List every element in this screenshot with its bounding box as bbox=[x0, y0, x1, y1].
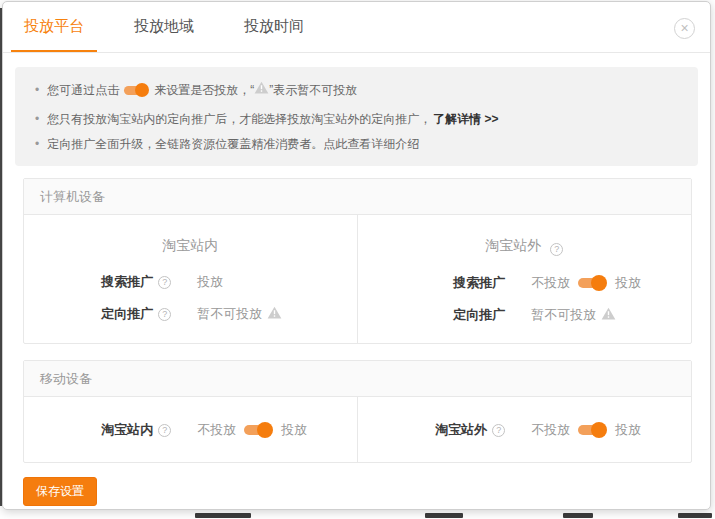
warning-triangle-icon bbox=[254, 80, 269, 100]
column-heading-label: 淘宝站外 bbox=[485, 237, 541, 253]
column-taobao-onsite: 淘宝站内 搜索推广 投放 定向推广 bbox=[24, 215, 358, 343]
help-icon[interactable] bbox=[158, 424, 171, 437]
toggle-off-label: 不投放 bbox=[197, 421, 236, 439]
notice-bullet-targeting-rule: 您只有投放淘宝站内的定向推广后，才能选择投放淘宝站外的定向推广， 了解详情 >> bbox=[25, 109, 688, 129]
notice-text: 您可通过点击 bbox=[47, 80, 119, 100]
section-body: 淘宝站内 不投放 投放 淘宝站外 bbox=[24, 397, 691, 462]
mobile-onsite-toggle[interactable] bbox=[244, 422, 273, 438]
notice-bullet-upgrade-info: 定向推广全面升级，全链路资源位覆盖精准消费者。 点此查看详细介绍 bbox=[25, 134, 688, 154]
help-icon[interactable] bbox=[158, 276, 171, 289]
help-icon[interactable] bbox=[550, 243, 563, 256]
row-label: 定向推广 bbox=[101, 305, 153, 323]
row-value: 投放 bbox=[197, 273, 223, 291]
notice-bullet-toggle-hint: 您可通过点击 来设置是否投放，“ ”表示暂不可投放 bbox=[25, 80, 688, 100]
notice-box: 您可通过点击 来设置是否投放，“ ”表示暂不可投放 您只有投放淘宝站内的定向推广… bbox=[15, 67, 698, 166]
toggle-off-label: 不投放 bbox=[531, 421, 570, 439]
close-icon: × bbox=[680, 20, 688, 36]
tab-label: 投放地域 bbox=[134, 17, 194, 36]
learn-more-link[interactable]: 了解详情 >> bbox=[433, 109, 498, 129]
column-heading-label: 淘宝站内 bbox=[162, 237, 218, 253]
warning-triangle-icon bbox=[601, 307, 616, 323]
row-taobao-onsite: 淘宝站内 不投放 投放 bbox=[24, 420, 357, 440]
tab-placement-time[interactable]: 投放时间 bbox=[231, 2, 317, 52]
section-computer-devices: 计算机设备 淘宝站内 搜索推广 投放 定向推广 bbox=[23, 178, 692, 344]
notice-text: 您只有投放淘宝站内的定向推广后，才能选择投放淘宝站外的定向推广， bbox=[47, 109, 431, 129]
notice-text: ”表示暂不可投放 bbox=[269, 80, 357, 100]
search-promotion-toggle[interactable] bbox=[578, 275, 607, 291]
row-label: 淘宝站外 bbox=[435, 421, 487, 439]
notice-text: 来设置是否投放，“ bbox=[154, 80, 254, 100]
row-search-promotion: 搜索推广 投放 bbox=[24, 272, 357, 292]
row-label: 淘宝站内 bbox=[101, 421, 153, 439]
section-title: 计算机设备 bbox=[24, 179, 691, 215]
tab-label: 投放时间 bbox=[244, 17, 304, 36]
warning-triangle-icon bbox=[267, 306, 282, 322]
background-page-fragment bbox=[678, 513, 712, 518]
tabs-bar: 投放平台 投放地域 投放时间 × bbox=[3, 2, 710, 53]
row-targeted-promotion: 定向推广 暂不可投放 bbox=[24, 304, 357, 324]
help-icon[interactable] bbox=[158, 308, 171, 321]
details-link[interactable]: 点此查看详细介绍 bbox=[323, 134, 419, 154]
row-label: 搜索推广 bbox=[101, 273, 153, 291]
toggle-on-label: 投放 bbox=[615, 421, 641, 439]
placement-settings-dialog: 投放平台 投放地域 投放时间 × 您可通过点击 来设置是否投放，“ ”表示暂不可… bbox=[2, 1, 711, 510]
column-taobao-offsite: 淘宝站外 搜索推广 不投放 投放 定向推广 bbox=[358, 215, 692, 343]
toggle-on-icon bbox=[124, 83, 149, 97]
row-label: 搜索推广 bbox=[453, 274, 505, 292]
background-page-fragment bbox=[425, 513, 463, 518]
column-taobao-offsite: 淘宝站外 不投放 投放 bbox=[358, 397, 692, 462]
notice-text: 定向推广全面升级，全链路资源位覆盖精准消费者。 bbox=[47, 134, 323, 154]
row-targeted-promotion: 定向推广 暂不可投放 bbox=[358, 305, 692, 325]
close-button[interactable]: × bbox=[674, 18, 695, 39]
help-icon[interactable] bbox=[492, 424, 505, 437]
save-settings-button[interactable]: 保存设置 bbox=[23, 477, 97, 506]
toggle-off-label: 不投放 bbox=[531, 274, 570, 292]
section-body: 淘宝站内 搜索推广 投放 定向推广 bbox=[24, 215, 691, 343]
toggle-on-label: 投放 bbox=[615, 274, 641, 292]
section-mobile-devices: 移动设备 淘宝站内 不投放 投放 bbox=[23, 360, 692, 463]
background-page-fragment bbox=[195, 513, 251, 518]
tab-label: 投放平台 bbox=[24, 17, 84, 36]
toggle-on-label: 投放 bbox=[281, 421, 307, 439]
tab-placement-platform[interactable]: 投放平台 bbox=[11, 2, 97, 52]
background-page-fragment bbox=[563, 513, 593, 518]
mobile-offsite-toggle[interactable] bbox=[578, 422, 607, 438]
column-heading: 淘宝站内 bbox=[24, 237, 357, 255]
section-title: 移动设备 bbox=[24, 361, 691, 397]
column-heading: 淘宝站外 bbox=[358, 237, 692, 256]
column-taobao-onsite: 淘宝站内 不投放 投放 bbox=[24, 397, 358, 462]
row-taobao-offsite: 淘宝站外 不投放 投放 bbox=[358, 420, 692, 440]
row-value: 暂不可投放 bbox=[531, 306, 596, 324]
row-value: 暂不可投放 bbox=[197, 305, 262, 323]
tab-placement-region[interactable]: 投放地域 bbox=[121, 2, 207, 52]
row-search-promotion: 搜索推广 不投放 投放 bbox=[358, 273, 692, 293]
row-label: 定向推广 bbox=[453, 306, 505, 324]
